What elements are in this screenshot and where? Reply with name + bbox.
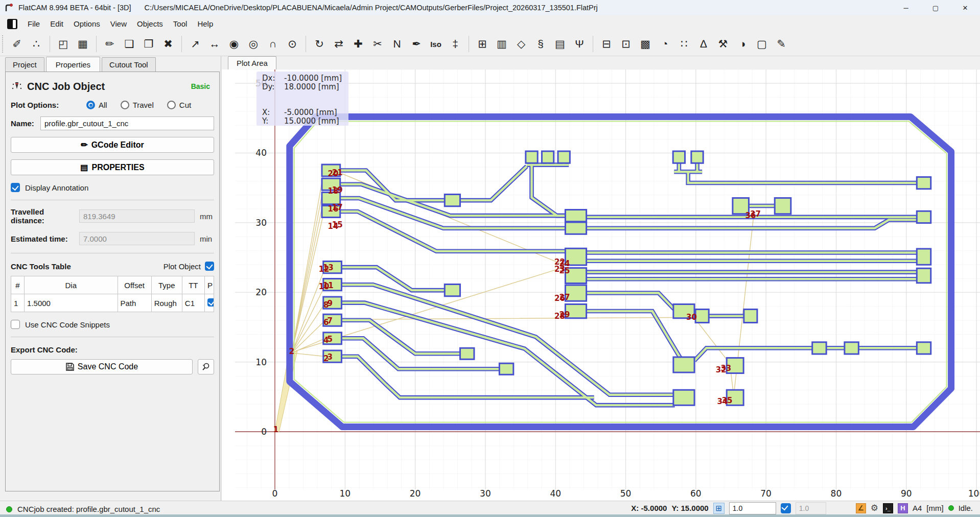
menu-file[interactable]: File (22, 17, 45, 30)
shell-icon[interactable]: ›_ (883, 503, 893, 513)
minimize-button[interactable]: ─ (891, 0, 921, 15)
open-project-icon[interactable]: ◰ (54, 34, 73, 54)
travel-order-number: 33 (720, 364, 731, 373)
main-area: Project Properties Cutout Tool CNC Job O… (0, 56, 980, 501)
grid-snap-x-input[interactable]: 1.0 (729, 502, 776, 514)
copy-object-icon[interactable]: ❐ (139, 34, 158, 54)
grid-snap-link-checkbox[interactable] (781, 503, 791, 513)
paint-icon[interactable]: § (531, 34, 550, 54)
radio-cut[interactable]: Cut (167, 101, 191, 109)
col-type: Type (151, 276, 182, 294)
measure-icon[interactable]: ↔ (205, 34, 224, 54)
align-objects-icon[interactable]: ∷ (674, 34, 694, 54)
table-row[interactable]: 1 1.5000 Path Rough C1 (11, 294, 214, 312)
menu-edit[interactable]: Edit (45, 17, 68, 30)
isolation-icon[interactable]: Iso (426, 34, 446, 54)
new-geometry-icon[interactable]: ✐ (7, 34, 27, 54)
film-icon[interactable]: ▥ (492, 34, 511, 54)
units-label[interactable]: [mm] (926, 504, 943, 512)
preview-gcode-button[interactable] (198, 359, 214, 374)
radio-travel[interactable]: Travel (121, 101, 154, 109)
radio-cut-dot[interactable] (167, 101, 176, 109)
eraser-icon[interactable]: ◇ (511, 34, 531, 54)
panel-title: CNC Job Object (27, 81, 105, 92)
cnc-snippets-checkbox[interactable] (11, 320, 20, 329)
radio-travel-dot[interactable] (121, 101, 129, 109)
estimated-time-unit: min (200, 234, 212, 243)
drill-icon[interactable]: ‡ (446, 34, 465, 54)
transform-icon[interactable]: ∆ (694, 34, 713, 54)
col-plot: P (204, 276, 214, 294)
solder-paste-icon[interactable]: Ψ (570, 34, 589, 54)
properties-doc-icon[interactable]: ▤ (550, 34, 570, 54)
tool-plot-checkbox[interactable] (207, 298, 214, 307)
pen-icon[interactable]: ✒ (407, 34, 426, 54)
calculator-icon[interactable]: ⊟ (597, 34, 616, 54)
gear-icon[interactable]: ⚙ (871, 503, 878, 513)
menu-objects[interactable]: Objects (132, 17, 168, 30)
menu-view[interactable]: View (105, 17, 132, 30)
zoom-fit-icon[interactable]: ↗ (185, 34, 205, 54)
close-button[interactable]: ✕ (950, 0, 980, 15)
etch-compensation-icon[interactable]: ✎ (772, 34, 791, 54)
radio-all-dot[interactable] (86, 101, 95, 109)
qrcode-icon[interactable]: ▩ (636, 34, 655, 54)
menu-options[interactable]: Options (68, 17, 105, 30)
idle-status-label: Idle. (959, 504, 973, 512)
menu-tool[interactable]: Tool (168, 17, 193, 30)
target-icon[interactable]: ◎ (244, 34, 263, 54)
snap-toggle-icon[interactable]: ∩ (263, 34, 283, 54)
grid-snap-y-input[interactable]: 1.0 (796, 502, 826, 514)
maximize-button[interactable]: ▢ (921, 0, 950, 15)
align-icon[interactable]: ✚ (348, 34, 368, 54)
copper-thieving-icon[interactable]: ◔ (655, 34, 674, 54)
tab-cutout-tool[interactable]: Cutout Tool (102, 57, 156, 72)
paper-size-label[interactable]: A4 (913, 504, 922, 512)
tab-properties[interactable]: Properties (46, 57, 100, 72)
travel-order-number: 19 (332, 185, 343, 195)
gcode-editor-button[interactable]: ✏ GCode Editor (11, 137, 214, 153)
x-coord-label: X: (631, 504, 639, 512)
separator (11, 253, 214, 253)
travel-order-number: 7 (328, 316, 333, 325)
menu-help[interactable]: Help (192, 17, 218, 30)
plot-canvas[interactable]: 1223456789101112131415161718192021222423… (222, 69, 980, 501)
save-cnc-code-button[interactable]: Save CNC Code (11, 359, 193, 374)
rotate-icon[interactable]: ↻ (310, 34, 329, 54)
name-input[interactable] (40, 116, 214, 130)
travel-order-number: 2 (289, 347, 294, 356)
menubar: FileEditOptionsViewObjectsToolHelp (0, 15, 980, 32)
locate-icon[interactable]: ⊙ (283, 34, 302, 54)
extract-icon[interactable]: ▢ (752, 34, 772, 54)
grid-snap-icon[interactable]: ⊞ (713, 503, 725, 514)
hud-icon[interactable]: H (898, 503, 908, 513)
axis-toggle-icon[interactable]: ∠ (856, 503, 866, 513)
new-excellon-icon[interactable]: ∴ (27, 34, 46, 54)
save-copy-icon[interactable]: ❏ (120, 34, 139, 54)
delete-icon[interactable]: ✖ (158, 34, 178, 54)
text-tool-icon[interactable]: N (387, 34, 407, 54)
invert-icon[interactable]: ◑ (733, 34, 752, 54)
travelled-distance-unit: mm (200, 212, 213, 221)
save-project-icon[interactable]: ▦ (73, 34, 92, 54)
properties-button[interactable]: ▤ PROPERTIES (11, 159, 214, 175)
crop-icon[interactable]: ⊡ (616, 34, 636, 54)
plot-object-checkbox[interactable] (205, 262, 214, 271)
center-icon[interactable]: ◉ (224, 34, 244, 54)
fiducials-icon[interactable]: ⚒ (713, 34, 733, 54)
radio-all[interactable]: All (86, 101, 107, 109)
level-badge[interactable]: Basic (191, 82, 210, 90)
travel-order-number: 21 (332, 168, 343, 177)
clipboard-icon: ▤ (80, 162, 88, 172)
x-tick-label: 20 (410, 488, 421, 499)
tab-project[interactable]: Project (5, 57, 44, 72)
editor-icon[interactable]: ✏ (100, 34, 120, 54)
tab-plot-area[interactable]: Plot Area (228, 56, 276, 69)
flip-icon[interactable]: ⇄ (329, 34, 348, 54)
window-title: FlatCAM 8.994 BETA - 64bit - [3D] (18, 4, 131, 12)
travel-order-number: 27 (559, 293, 570, 302)
panelize-icon[interactable]: ⊞ (473, 34, 492, 54)
travel-order-number: 5 (328, 335, 333, 344)
cut-icon[interactable]: ✂ (368, 34, 387, 54)
display-annotation-checkbox[interactable] (11, 183, 20, 192)
